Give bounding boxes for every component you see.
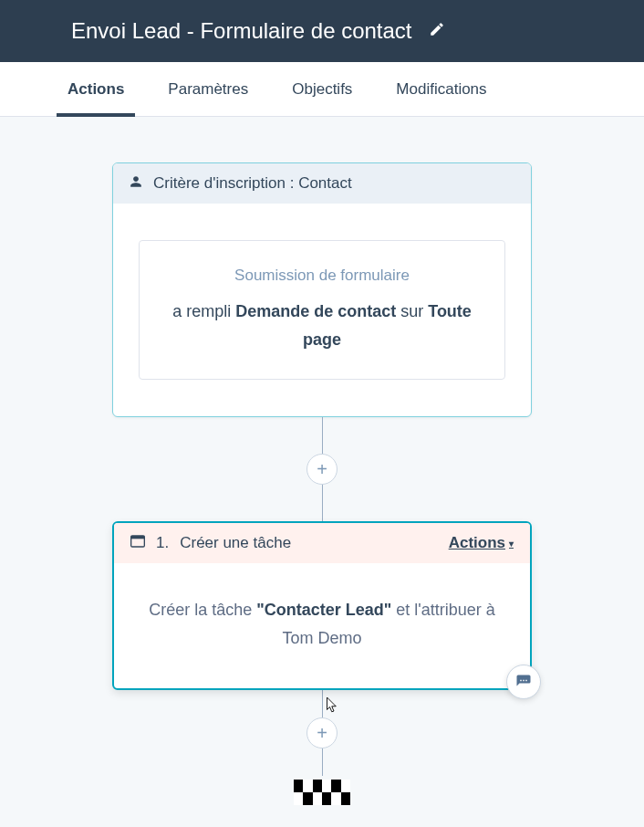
chevron-down-icon: ▾ bbox=[509, 539, 514, 549]
enrollment-criteria-text: a rempli Demande de contact sur Toute pa… bbox=[158, 298, 486, 353]
task-card-number: 1. bbox=[156, 534, 169, 552]
task-card-title: Créer une tâche bbox=[180, 534, 291, 552]
edit-title-icon[interactable] bbox=[429, 21, 445, 41]
tab-modifications[interactable]: Modifications bbox=[374, 62, 508, 116]
enrollment-criteria-card[interactable]: Critère d'inscription : Contact Soumissi… bbox=[112, 162, 532, 417]
connector-line bbox=[322, 485, 323, 521]
page-title: Envoi Lead - Formulaire de contact bbox=[71, 18, 412, 44]
enrollment-criteria-box[interactable]: Soumission de formulaire a rempli Demand… bbox=[139, 240, 505, 380]
connector-line bbox=[322, 417, 323, 454]
svg-rect-1 bbox=[131, 536, 145, 539]
tab-objectifs[interactable]: Objectifs bbox=[270, 62, 374, 116]
cursor-pointer-icon bbox=[323, 696, 339, 719]
tab-actions[interactable]: Actions bbox=[46, 62, 146, 116]
add-step-button[interactable]: + bbox=[306, 717, 338, 748]
task-action-card[interactable]: 1. Créer une tâche Actions ▾ Créer la tâ… bbox=[112, 521, 532, 690]
tab-parametres[interactable]: Paramètres bbox=[146, 62, 270, 116]
page-header: Envoi Lead - Formulaire de contact bbox=[0, 0, 644, 62]
enrollment-card-title: Critère d'inscription : Contact bbox=[153, 174, 352, 193]
enrollment-card-body: Soumission de formulaire a rempli Demand… bbox=[113, 204, 531, 416]
task-card-body: Créer la tâche "Contacter Lead" et l'att… bbox=[114, 563, 530, 688]
comment-button[interactable] bbox=[506, 665, 541, 699]
finish-flag-icon bbox=[294, 780, 350, 805]
workflow-canvas: Critère d'inscription : Contact Soumissi… bbox=[0, 117, 644, 805]
task-card-header: 1. Créer une tâche Actions ▾ bbox=[114, 523, 530, 563]
connector-line bbox=[322, 690, 323, 717]
contact-icon bbox=[130, 174, 142, 193]
tab-bar: Actions Paramètres Objectifs Modificatio… bbox=[0, 62, 644, 117]
add-step-button[interactable]: + bbox=[306, 454, 338, 485]
task-actions-dropdown[interactable]: Actions ▾ bbox=[449, 534, 514, 552]
enrollment-card-header: Critère d'inscription : Contact bbox=[113, 163, 531, 204]
connector-line bbox=[322, 748, 323, 776]
task-icon bbox=[130, 534, 145, 552]
form-submission-label: Soumission de formulaire bbox=[158, 267, 486, 285]
